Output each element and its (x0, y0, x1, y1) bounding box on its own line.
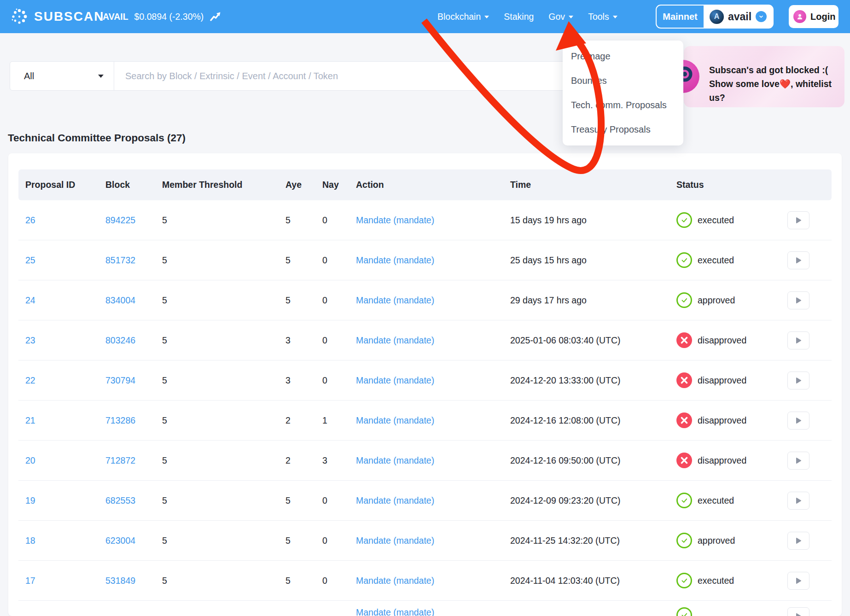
proposal-id-link[interactable]: 23 (25, 335, 105, 346)
row-expand-button[interactable] (787, 532, 809, 550)
block-link[interactable]: 712872 (105, 455, 162, 466)
member-threshold-value: 5 (162, 495, 285, 506)
proposal-id-link[interactable]: 24 (25, 295, 105, 306)
chain-name: avail (728, 11, 751, 23)
chevron-right-icon (795, 217, 802, 224)
status-icon (676, 493, 692, 508)
chevron-right-icon (795, 497, 802, 504)
login-button[interactable]: Login (789, 5, 838, 28)
proposal-id-link[interactable]: 17 (25, 575, 105, 586)
proposal-id-link[interactable]: 19 (25, 495, 105, 506)
adblock-text: Subscan's ad got blocked :( Show some lo… (709, 63, 844, 105)
member-threshold-value: 5 (162, 535, 285, 546)
action-link[interactable]: Mandate (mandate) (356, 375, 510, 386)
table-row: 23 803246 5 3 0 Mandate (mandate) 2025-0… (18, 320, 832, 360)
status-cell: executed (676, 212, 787, 228)
member-threshold-value: 5 (162, 295, 285, 306)
subscan-logo[interactable]: SUBSCAN (10, 0, 104, 33)
proposal-id-link[interactable]: 22 (25, 375, 105, 386)
time-value: 29 days 17 hrs ago (510, 295, 676, 306)
action-link[interactable]: Mandate (mandate) (356, 295, 510, 306)
action-link[interactable]: Mandate (mandate) (356, 335, 510, 346)
table-row: 25 851732 5 5 0 Mandate (mandate) 25 day… (18, 240, 832, 280)
block-link[interactable]: 682553 (105, 495, 162, 506)
action-link[interactable]: Mandate (mandate) (356, 575, 510, 586)
nav-item-tools[interactable]: Tools (588, 12, 617, 22)
status-cell: executed (676, 493, 787, 508)
nav-item-staking[interactable]: Staking (504, 12, 534, 22)
menu-item-preimage[interactable]: Preimage (563, 44, 683, 69)
action-link[interactable]: Mandate (mandate) (356, 215, 510, 226)
action-link[interactable]: Mandate (mandate) (356, 415, 510, 426)
col-action: Action (356, 180, 510, 190)
row-expand-button[interactable] (787, 572, 809, 590)
table-row: Mandate (mandate) (18, 601, 832, 616)
block-link[interactable]: 803246 (105, 335, 162, 346)
status-label: disapproved (698, 415, 746, 426)
chain-selector[interactable]: A avail (704, 6, 773, 28)
block-link[interactable]: 531849 (105, 575, 162, 586)
proposal-id-link[interactable]: 20 (25, 455, 105, 466)
block-link[interactable]: 713286 (105, 415, 162, 426)
status-cell: disapproved (676, 453, 787, 468)
nay-value: 0 (322, 495, 356, 506)
nav-item-blockchain[interactable]: Blockchain (437, 12, 489, 22)
member-threshold-value: 5 (162, 335, 285, 346)
user-avatar-icon (793, 10, 806, 23)
nay-value: 0 (322, 535, 356, 546)
chevron-right-icon (795, 613, 802, 616)
row-expand-button[interactable] (787, 492, 809, 510)
row-expand-button[interactable] (787, 372, 809, 389)
proposal-id-link[interactable]: 25 (25, 255, 105, 266)
row-expand-button[interactable] (787, 412, 809, 430)
status-label: executed (698, 255, 734, 266)
proposal-id-link[interactable]: 18 (25, 535, 105, 546)
menu-item-treasury-proposals[interactable]: Treasury Proposals (563, 117, 683, 142)
price-chart-icon[interactable] (210, 11, 221, 23)
proposal-id-link[interactable]: 26 (25, 215, 105, 226)
nay-value: 0 (322, 255, 356, 266)
search-filter-value: All (24, 71, 34, 81)
network-selector[interactable]: Mainnet A avail (656, 5, 774, 29)
row-expand-button[interactable] (787, 452, 809, 470)
nay-value: 0 (322, 575, 356, 586)
block-link[interactable]: 834004 (105, 295, 162, 306)
table-header-row: Proposal ID Block Member Threshold Aye N… (18, 169, 832, 200)
block-link[interactable]: 894225 (105, 215, 162, 226)
nay-value: 1 (322, 415, 356, 426)
col-aye: Aye (285, 180, 322, 190)
status-cell (676, 607, 787, 616)
menu-item-tech-comm-proposals[interactable]: Tech. comm. Proposals (563, 93, 683, 117)
status-label: disapproved (698, 375, 746, 386)
chevron-right-icon (795, 457, 802, 464)
proposal-id-link[interactable]: 21 (25, 415, 105, 426)
status-cell: approved (676, 533, 787, 548)
row-expand-button[interactable] (787, 331, 809, 349)
block-link[interactable]: 730794 (105, 375, 162, 386)
member-threshold-value: 5 (162, 375, 285, 386)
time-value: 2024-11-04 12:03:40 (UTC) (510, 575, 676, 586)
row-expand-button[interactable] (787, 211, 809, 229)
nav-item-gov[interactable]: Gov (548, 12, 573, 22)
block-link[interactable]: 623004 (105, 535, 162, 546)
action-link[interactable]: Mandate (mandate) (356, 495, 510, 506)
menu-item-bounties[interactable]: Bounties (563, 69, 683, 93)
table-row: 18 623004 5 5 0 Mandate (mandate) 2024-1… (18, 521, 832, 561)
network-env-button[interactable]: Mainnet (657, 6, 704, 28)
status-cell: approved (676, 292, 787, 308)
action-link[interactable]: Mandate (mandate) (356, 455, 510, 466)
table-row: 22 730794 5 3 0 Mandate (mandate) 2024-1… (18, 360, 832, 401)
action-link[interactable]: Mandate (mandate) (356, 535, 510, 546)
status-label: approved (698, 535, 735, 546)
row-expand-button[interactable] (787, 607, 809, 616)
action-link[interactable]: Mandate (mandate) (356, 607, 510, 616)
row-expand-button[interactable] (787, 291, 809, 309)
row-expand-button[interactable] (787, 251, 809, 269)
search-filter-select[interactable]: All (10, 62, 114, 90)
block-link[interactable]: 851732 (105, 255, 162, 266)
subscan-logo-icon (10, 7, 29, 26)
aye-value: 5 (285, 495, 322, 506)
col-nay: Nay (322, 180, 356, 190)
action-link[interactable]: Mandate (mandate) (356, 255, 510, 266)
chevron-right-icon (795, 577, 802, 584)
